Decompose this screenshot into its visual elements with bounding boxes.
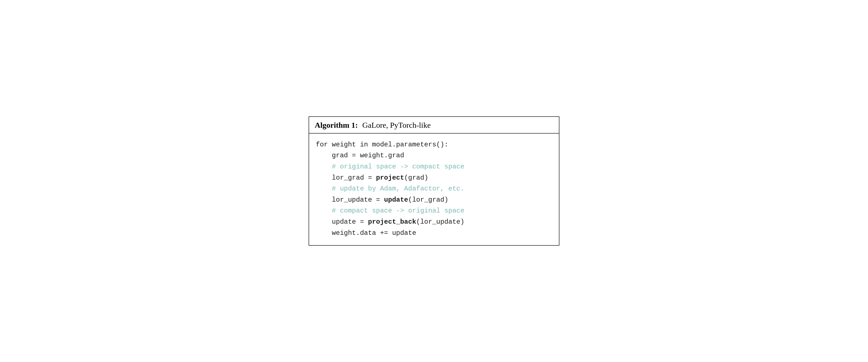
code-line-4: lor_grad = project(grad) [316, 172, 552, 183]
code-suffix-8: (lor_update) [416, 218, 464, 225]
code-bold-6: update [384, 196, 408, 204]
code-line-2: grad = weight.grad [316, 150, 552, 161]
algorithm-title-bold: Algorithm 1: [315, 121, 358, 130]
code-prefix-6: lor_update = [316, 196, 384, 204]
algorithm-title-normal: GaLore, PyTorch-like [362, 121, 431, 130]
code-bold-4: project [376, 174, 404, 182]
code-line-7: # compact space -> original space [316, 205, 552, 216]
code-line-9: weight.data += update [316, 228, 552, 239]
code-line-1: for weight in model.parameters(): [316, 139, 552, 150]
algorithm-header: Algorithm 1: GaLore, PyTorch-like [309, 117, 559, 133]
algorithm-body: for weight in model.parameters(): grad =… [309, 133, 559, 245]
code-line-8: update = project_back(lor_update) [316, 216, 552, 228]
code-bold-8: project_back [368, 218, 416, 225]
code-suffix-6: (lor_grad) [408, 196, 448, 204]
algorithm-box: Algorithm 1: GaLore, PyTorch-like for we… [309, 116, 559, 246]
code-prefix-8: update = [316, 218, 368, 225]
code-suffix-4: (grad) [404, 174, 428, 182]
code-line-5: # update by Adam, Adafactor, etc. [316, 183, 552, 194]
code-line-3: # original space -> compact space [316, 161, 552, 172]
code-prefix-4: lor_grad = [316, 174, 376, 182]
code-line-6: lor_update = update(lor_grad) [316, 194, 552, 206]
